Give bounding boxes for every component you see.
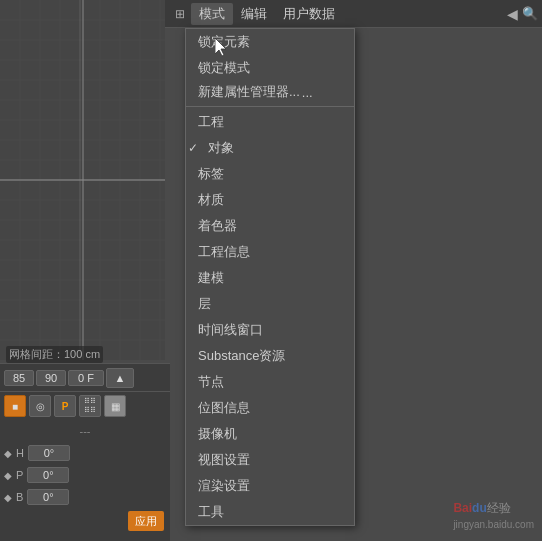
dropdown-item-label: 渲染设置	[198, 477, 250, 495]
dropdown-item-label: 视图设置	[198, 451, 250, 469]
label-b: B	[16, 491, 23, 503]
dropdown-item-label: 工程信息	[198, 243, 250, 261]
watermark: Baidu经验 jingyan.baidu.com	[453, 500, 534, 531]
bottom-toolbar: ▲ ■ ◎ P ⠿⠿⠿⠿ ▦ --- ◆ H ◆ P ◆ B	[0, 363, 170, 541]
toolbar-row-icons: ■ ◎ P ⠿⠿⠿⠿ ▦	[0, 392, 170, 420]
toolbar-row-b: ◆ B	[0, 486, 170, 508]
dropdown-item-view-settings[interactable]: 视图设置	[186, 447, 354, 473]
dropdown-item-lock-mode[interactable]: 锁定模式	[186, 55, 354, 81]
dropdown-item-tag[interactable]: 标签	[186, 161, 354, 187]
toolbar-separator: ---	[0, 420, 170, 442]
label-degree-b: ◆	[4, 492, 12, 503]
grid-label: 网格间距：100 cm	[6, 346, 103, 363]
dropdown-item-label: 时间线窗口	[198, 321, 263, 339]
dropdown-item-label: 工具	[198, 503, 224, 521]
dropdown-item-label: 建模	[198, 269, 224, 287]
icon-btn-3[interactable]: P	[54, 395, 76, 417]
icon-btn-4[interactable]: ⠿⠿⠿⠿	[79, 395, 101, 417]
dropdown-item-label: 层	[198, 295, 211, 313]
toolbar-row-p: ◆ P	[0, 464, 170, 486]
toolbar-row-h: ◆ H	[0, 442, 170, 464]
dropdown-item-shader[interactable]: 着色器	[186, 213, 354, 239]
search-icon[interactable]: 🔍	[522, 6, 538, 21]
dropdown-item-project[interactable]: 工程	[186, 109, 354, 135]
dropdown-item-material[interactable]: 材质	[186, 187, 354, 213]
label-degree-h: ◆	[4, 448, 12, 459]
frame-input-2[interactable]	[36, 370, 66, 386]
dropdown-item-lock-element[interactable]: 锁定元素	[186, 29, 354, 55]
dropdown-item-label: 摄像机	[198, 425, 237, 443]
menu-item-mode[interactable]: 模式	[191, 3, 233, 25]
input-b[interactable]	[27, 489, 69, 505]
dropdown-menu: 锁定元素 锁定模式 新建属性管理器... 工程 ✓ 对象 标签 材质 着色器 工…	[185, 28, 355, 526]
frame-step-btn[interactable]: ▲	[106, 368, 134, 388]
apply-button[interactable]: 应用	[128, 511, 164, 531]
dropdown-item-new-attr[interactable]: 新建属性管理器...	[186, 81, 354, 107]
arrow-left-icon[interactable]: ◀	[507, 6, 518, 22]
dropdown-item-label: 对象	[208, 139, 234, 157]
label-degree-p: ◆	[4, 470, 12, 481]
dropdown-item-camera[interactable]: 摄像机	[186, 421, 354, 447]
toolbar-row-numbers: ▲	[0, 364, 170, 392]
dropdown-item-modeling[interactable]: 建模	[186, 265, 354, 291]
label-h: H	[16, 447, 24, 459]
dropdown-item-substance[interactable]: Substance资源	[186, 343, 354, 369]
input-h[interactable]	[28, 445, 70, 461]
menu-item-edit[interactable]: 编辑	[233, 3, 275, 25]
dropdown-item-label: 工程	[198, 113, 224, 131]
checkmark-icon: ✓	[188, 141, 198, 155]
dropdown-item-render-settings[interactable]: 渲染设置	[186, 473, 354, 499]
toolbar-apply-row: 应用	[0, 508, 170, 534]
menubar: ⊞ 模式 编辑 用户数据 ◀ 🔍	[165, 0, 542, 28]
dropdown-item-label: 锁定元素	[198, 33, 250, 51]
icon-btn-1[interactable]: ■	[4, 395, 26, 417]
dropdown-item-label: 节点	[198, 373, 224, 391]
dropdown-item-label: Substance资源	[198, 347, 285, 365]
watermark-text: Baidu经验 jingyan.baidu.com	[453, 501, 534, 531]
dropdown-item-label: 标签	[198, 165, 224, 183]
dropdown-item-node[interactable]: 节点	[186, 369, 354, 395]
dropdown-item-bitmap[interactable]: 位图信息	[186, 395, 354, 421]
dropdown-item-label: 着色器	[198, 217, 237, 235]
dropdown-item-label: 位图信息	[198, 399, 250, 417]
frame-input-3[interactable]	[68, 370, 104, 386]
dropdown-item-label: 新建属性管理器...	[198, 83, 300, 101]
icon-btn-2[interactable]: ◎	[29, 395, 51, 417]
viewport: 网格间距：100 cm ▲ ■ ◎ P ⠿⠿⠿⠿ ▦ --- ◆ H ◆	[0, 0, 542, 541]
dropdown-item-label: 材质	[198, 191, 224, 209]
label-p: P	[16, 469, 23, 481]
grid-icon[interactable]: ⊞	[169, 3, 191, 25]
input-p[interactable]	[27, 467, 69, 483]
dropdown-item-label: 锁定模式	[198, 59, 250, 77]
icon-btn-5[interactable]: ▦	[104, 395, 126, 417]
dropdown-item-timeline[interactable]: 时间线窗口	[186, 317, 354, 343]
grid-canvas	[0, 0, 165, 360]
dropdown-item-object[interactable]: ✓ 对象	[186, 135, 354, 161]
menu-right-icons: ◀ 🔍	[507, 6, 538, 22]
dropdown-item-tools[interactable]: 工具	[186, 499, 354, 525]
frame-input-1[interactable]	[4, 370, 34, 386]
dropdown-item-layer[interactable]: 层	[186, 291, 354, 317]
dropdown-item-project-info[interactable]: 工程信息	[186, 239, 354, 265]
menu-item-userdata[interactable]: 用户数据	[275, 3, 343, 25]
